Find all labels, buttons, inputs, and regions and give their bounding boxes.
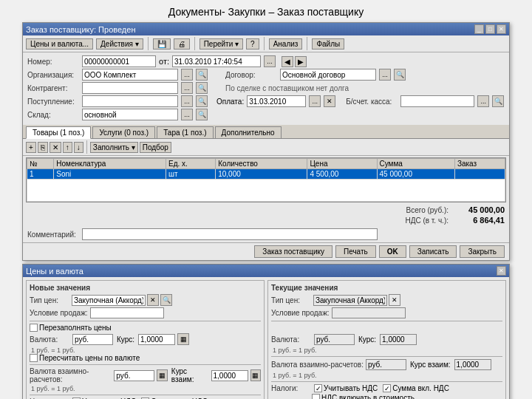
print-toolbar-button[interactable]: 🖨 [174,38,190,50]
bcash-mag-button[interactable]: 🔍 [492,95,504,107]
label-vat: НДС (в т. ч.): [405,216,449,225]
close-button[interactable]: ✕ [497,24,506,34]
left-label-cond-sale: Условие продаж: [30,309,88,317]
tab-goods[interactable]: Товары (1 поз.) [26,126,91,139]
help-button[interactable]: ? [246,38,259,50]
tab-packaging[interactable]: Тара (1 поз.) [157,126,213,138]
goto-menu[interactable]: Перейти ▾ [200,38,243,50]
input-org[interactable] [82,69,178,81]
contragent-dots-button[interactable]: ... [181,82,193,94]
right-label-course: Курс: [358,335,376,344]
input-contract[interactable] [280,69,376,81]
left-check-refill[interactable]: Перезаполнять цены [30,324,112,332]
sub-close-button[interactable]: ✕ [497,266,506,276]
table-row[interactable]: 1 Soni шт 10,000 4 500,00 45 000,00 [27,169,505,180]
warehouse-dots-button[interactable]: ... [181,109,193,120]
left-type-mag[interactable]: 🔍 [160,294,172,306]
window-title-text: Заказ поставщику: Проведен [26,25,135,34]
contract-mag-button[interactable]: 🔍 [394,69,406,81]
input-receipt[interactable] [82,95,178,107]
left-type-dots[interactable]: ✕ [147,294,159,306]
left-check-recalc[interactable]: Пересчитать цены по валюте [30,354,140,362]
copy-row-button[interactable]: ⎘ [38,142,48,153]
input-comment[interactable] [82,228,378,240]
receipt-mag-button[interactable]: 🔍 [196,95,208,107]
left-input-currency2[interactable] [114,370,154,381]
files-button[interactable]: Файлы [312,38,344,50]
left-currency-row: Валюта: Курс: ▦ [30,333,261,345]
left-course2-btn[interactable]: ▦ [250,369,261,381]
right-note-rate: 1 руб. = 1 руб. [271,347,502,354]
right-input-currency [314,334,355,345]
order-supplier-button[interactable]: Заказ поставщику [254,245,332,258]
delete-row-button[interactable]: ✕ [50,142,61,153]
left-input-type-price[interactable] [72,295,146,306]
toolbar-icon-1[interactable]: ◀ [282,56,293,67]
calendar-button[interactable]: ... [264,55,276,67]
left-input-course[interactable] [138,334,175,345]
checkbox-recalc[interactable] [30,354,38,362]
input-bcash[interactable] [400,95,474,107]
input-date[interactable] [172,55,261,67]
left-input-course2[interactable] [211,370,248,381]
left-sep-2 [30,364,261,365]
toolbar-icon-2[interactable]: ▶ [295,56,307,67]
actions-menu[interactable]: Действия ▾ [96,38,143,50]
warehouse-mag-button[interactable]: 🔍 [196,109,208,120]
window-controls: _ □ ✕ [474,24,506,34]
close-button[interactable]: Закрыть [460,245,505,258]
ok-button[interactable]: OK [379,245,406,258]
right-sep-3 [271,381,502,382]
org-dots-button[interactable]: ... [181,69,193,81]
input-payment[interactable] [247,95,306,107]
checkbox-refill[interactable] [30,324,38,332]
left-course-btn[interactable]: ▦ [177,333,189,345]
left-label-currency2: Валюта взаимно-расчетов: [30,367,112,383]
tab-services[interactable]: Услуги (0 поз.) [92,126,155,138]
input-contragent[interactable] [82,82,178,94]
payment-dots-button[interactable]: ... [309,95,321,107]
toolbar-separator-2 [194,37,195,50]
left-cur2-mag[interactable]: ▦ [157,369,167,381]
bcash-dots-button[interactable]: ... [477,95,489,107]
sub-window-title-bar: Цены и валюта ✕ [23,265,509,277]
form-row-org: Организация: ... 🔍 Договор: ... 🔍 [27,69,505,81]
input-warehouse[interactable] [82,109,178,120]
org-mag-button[interactable]: 🔍 [196,69,208,81]
move-down-button[interactable]: ↓ [74,142,83,153]
summary-vat-row: НДС (в т. ч.): 6 864,41 [405,216,505,225]
left-panel-title: Новые значения [30,284,261,292]
tab-additional[interactable]: Дополнительно [215,126,282,138]
left-input-currency[interactable] [72,334,113,345]
add-row-button[interactable]: + [26,142,36,153]
left-cond-sale-row: Условие продаж: [30,307,261,318]
sub-window-controls: ✕ [497,266,506,276]
fill-button[interactable]: Заполнить ▾ [90,142,138,153]
label-number: Номер: [27,58,79,66]
payment-mag-button[interactable]: ✕ [324,95,335,107]
move-up-button[interactable]: ↑ [63,142,72,153]
label-org: Организация: [27,71,79,79]
right-label-type-price: Тип цен: [271,296,312,304]
write-button[interactable]: Записать [409,245,457,258]
contragent-mag-button[interactable]: 🔍 [196,82,208,94]
right-taxes-row: Налоги: ✓ Учитывать НДС ✓ Сумма вкл. НДС [271,384,502,392]
label-comment: Комментарий: [27,231,79,239]
print-button[interactable]: Печать [335,245,376,258]
analysis-button[interactable]: Анализ [269,38,303,50]
left-input-cond-sale[interactable] [90,307,164,318]
cell-qty[interactable]: 10,000 [216,169,307,180]
prices-currency-menu[interactable]: Цены и валюта... [26,38,93,50]
save-toolbar-button[interactable]: 💾 [153,38,171,50]
label-payment: Оплата: [216,98,244,106]
right-panel-title: Текущие значения [271,284,502,292]
contract-note: По сделке с поставщиком нет долга [225,84,349,92]
input-number[interactable] [82,55,156,67]
contract-dots-button[interactable]: ... [379,69,391,81]
receipt-dots-button[interactable]: ... [181,95,193,107]
select-button[interactable]: Подбор [140,142,171,153]
left-currency2-row: Валюта взаимно-расчетов: ▦ Курс взаим: ▦ [30,367,261,383]
minimize-button[interactable]: _ [474,24,484,34]
maximize-button[interactable]: □ [485,24,495,34]
right-cond-sale-row: Условие продаж: [271,307,502,318]
